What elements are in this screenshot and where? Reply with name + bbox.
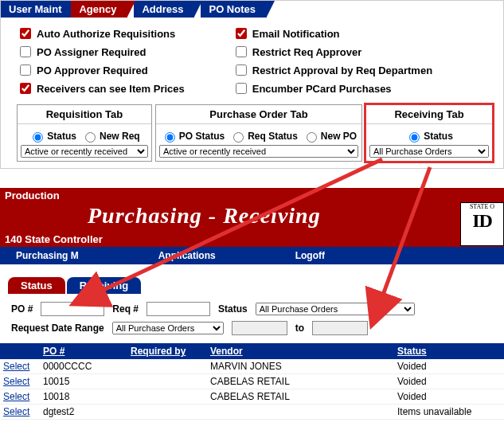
label-restrict-by-dept: Restrict Approval by Req Departmen bbox=[252, 65, 432, 76]
receiving-tab-panel: Receiving Tab Status All Purchase Orders bbox=[365, 104, 493, 162]
radio-po-status-label: PO Status bbox=[179, 131, 225, 142]
table-row: Selectdgtest2Items unavailable bbox=[0, 405, 504, 420]
label-po-assigner: PO Assigner Required bbox=[37, 46, 147, 58]
table-row: Select10018CABELAS RETAILVoided bbox=[0, 389, 504, 405]
label-receivers-prices: Receivers can see Item Prices bbox=[37, 83, 185, 95]
status-label: Status bbox=[218, 303, 248, 315]
purchase-order-tab-panel: Purchase Order Tab PO Status Req Status … bbox=[155, 104, 362, 162]
header-vendor[interactable]: Vendor bbox=[210, 346, 397, 357]
logo-big-text: ID bbox=[461, 210, 503, 232]
cell-status: Items unavailable bbox=[397, 406, 501, 417]
cell-status: Voided bbox=[397, 376, 501, 387]
cell-po: 10018 bbox=[43, 391, 131, 402]
checkbox-restrict-req-approver[interactable] bbox=[236, 46, 247, 57]
cell-required-by bbox=[131, 361, 210, 372]
radio-po-newpo-label: New PO bbox=[321, 131, 357, 142]
checkbox-encumber-pcard[interactable] bbox=[236, 83, 247, 94]
header-required-by[interactable]: Required by bbox=[131, 346, 210, 357]
receiving-tab-title: Receiving Tab bbox=[366, 105, 492, 124]
top-tabs: User Maint Agency Address PO Notes bbox=[1, 1, 503, 18]
checkbox-restrict-by-dept[interactable] bbox=[236, 65, 247, 76]
tab-po-notes[interactable]: PO Notes bbox=[201, 1, 267, 18]
date-range-select[interactable]: All Purchase Orders bbox=[112, 322, 224, 334]
requisition-tab-panel: Requisition Tab Status New Req Active or… bbox=[17, 104, 152, 162]
select-recv-default[interactable]: All Purchase Orders bbox=[369, 145, 489, 158]
checkbox-po-assigner[interactable] bbox=[20, 46, 31, 57]
state-logo: STATE O ID bbox=[460, 202, 504, 246]
purchase-order-tab-title: Purchase Order Tab bbox=[156, 105, 361, 124]
date-to-label: to bbox=[295, 323, 304, 334]
production-label: Production bbox=[0, 188, 504, 203]
checkbox-email-notification[interactable] bbox=[236, 28, 247, 39]
table-row: Select0000CCCCMARVIN JONESVoided bbox=[0, 359, 504, 374]
req-input[interactable] bbox=[147, 302, 210, 316]
label-po-approver: PO Approver Required bbox=[37, 65, 148, 76]
select-link[interactable]: Select bbox=[3, 391, 29, 402]
menu-logoff[interactable]: Logoff bbox=[295, 250, 325, 261]
radio-req-newreq-label: New Req bbox=[100, 131, 140, 142]
cell-po: dgtest2 bbox=[43, 406, 131, 417]
cell-required-by bbox=[131, 376, 210, 387]
header-status[interactable]: Status bbox=[397, 346, 501, 357]
req-label: Req # bbox=[112, 303, 139, 315]
label-auto-authorize: Auto Authorize Requisitions bbox=[37, 28, 175, 40]
tab-agency[interactable]: Agency bbox=[71, 1, 127, 18]
options-left: Auto Authorize Requisitions PO Assigner … bbox=[17, 25, 185, 96]
cell-po: 10015 bbox=[43, 376, 131, 387]
select-link[interactable]: Select bbox=[3, 376, 29, 387]
label-restrict-req-approver: Restrict Req Approver bbox=[252, 46, 362, 58]
menu-bar: Purchasing M Applications Logoff bbox=[0, 247, 504, 264]
radio-po-status[interactable] bbox=[165, 132, 175, 143]
date-range-label: Request Date Range bbox=[11, 323, 104, 334]
page-title: Purchasing - Receiving bbox=[0, 203, 504, 232]
cell-vendor: MARVIN JONES bbox=[210, 361, 397, 372]
date-to-input[interactable] bbox=[312, 321, 368, 335]
label-email-notification: Email Notification bbox=[252, 28, 340, 40]
checkbox-receivers-prices[interactable] bbox=[20, 83, 31, 94]
status-select[interactable]: All Purchase Orders bbox=[256, 303, 415, 315]
radio-po-newpo[interactable] bbox=[307, 132, 317, 143]
radio-req-newreq[interactable] bbox=[85, 132, 96, 143]
select-req-default[interactable]: Active or recently received bbox=[21, 145, 148, 158]
select-po-default[interactable]: Active or recently received bbox=[159, 145, 358, 158]
menu-purchasing[interactable]: Purchasing M bbox=[16, 250, 79, 261]
tab-receiving[interactable]: Receiving bbox=[67, 277, 141, 294]
radio-recv-status-label: Status bbox=[424, 131, 453, 142]
checkbox-auto-authorize[interactable] bbox=[20, 28, 31, 39]
cell-vendor bbox=[210, 406, 397, 417]
select-link[interactable]: Select bbox=[3, 361, 29, 372]
requisition-tab-title: Requisition Tab bbox=[18, 105, 151, 124]
cell-status: Voided bbox=[397, 391, 501, 402]
checkbox-po-approver[interactable] bbox=[20, 65, 31, 76]
cell-status: Voided bbox=[397, 361, 501, 372]
po-label: PO # bbox=[11, 303, 33, 315]
radio-req-status-label: Status bbox=[47, 131, 76, 142]
radio-po-reqstatus-label: Req Status bbox=[248, 131, 298, 142]
menu-applications[interactable]: Applications bbox=[158, 250, 216, 261]
header-po[interactable]: PO # bbox=[43, 346, 131, 357]
controller-label: 140 State Controller bbox=[0, 232, 504, 247]
tab-status[interactable]: Status bbox=[8, 277, 65, 294]
select-link[interactable]: Select bbox=[3, 406, 29, 417]
radio-po-reqstatus[interactable] bbox=[233, 132, 244, 143]
radio-recv-status[interactable] bbox=[409, 132, 420, 143]
tab-address[interactable]: Address bbox=[134, 1, 194, 18]
label-encumber-pcard: Encumber PCard Purchases bbox=[252, 83, 392, 95]
radio-req-status[interactable] bbox=[33, 132, 43, 143]
table-row: Select10015CABELAS RETAILVoided bbox=[0, 374, 504, 389]
cell-po: 0000CCCC bbox=[43, 361, 131, 372]
cell-vendor: CABELAS RETAIL bbox=[210, 376, 397, 387]
cell-required-by bbox=[131, 391, 210, 402]
po-input[interactable] bbox=[41, 302, 104, 316]
options-right: Email Notification Restrict Req Approver… bbox=[232, 25, 432, 96]
grid-header: PO # Required by Vendor Status bbox=[0, 343, 504, 359]
cell-required-by bbox=[131, 406, 210, 417]
tab-user-maint[interactable]: User Maint bbox=[1, 1, 72, 18]
date-from-input[interactable] bbox=[232, 321, 287, 335]
logo-top-text: STATE O bbox=[461, 203, 503, 210]
cell-vendor: CABELAS RETAIL bbox=[210, 391, 397, 402]
